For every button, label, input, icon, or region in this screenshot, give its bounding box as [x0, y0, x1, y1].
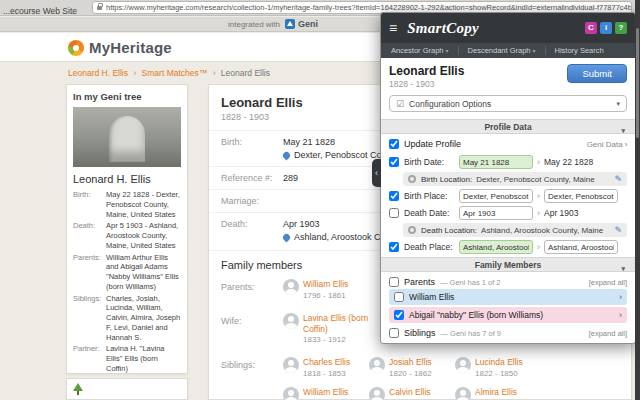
- caret-right-icon: ›: [537, 157, 540, 167]
- family-group-label: Siblings:: [221, 357, 283, 400]
- death-place-checkbox[interactable]: [389, 242, 399, 252]
- chevron-down-icon: ▾: [616, 100, 620, 108]
- field-label: Birth Place:: [404, 191, 459, 201]
- person-avatar-icon: [283, 313, 299, 329]
- nav-history-search[interactable]: History Search: [545, 46, 613, 55]
- family-group-label: Parents:: [221, 279, 283, 309]
- person-name[interactable]: Almira Ellis: [475, 387, 517, 397]
- family-person[interactable]: Charles Ellis1818 - 1853: [283, 357, 369, 378]
- section-family-members[interactable]: Family Members ▾: [381, 257, 635, 272]
- person-avatar-icon: [455, 357, 471, 373]
- parents-checkbox[interactable]: [389, 277, 399, 287]
- breadcrumb-sep-icon: ›: [133, 68, 136, 78]
- location-label: Death Location:: [421, 226, 477, 235]
- nav-label: Descendant Graph: [468, 46, 531, 55]
- death-date-checkbox[interactable]: [389, 208, 399, 218]
- myheritage-logo[interactable]: MyHeritage: [68, 39, 172, 56]
- scrollbar-thumb[interactable]: [636, 28, 639, 138]
- record-label: Birth:: [221, 137, 283, 160]
- siblings-checkbox[interactable]: [389, 328, 399, 338]
- expand-all-link[interactable]: [expand all]: [589, 329, 627, 338]
- update-profile-checkbox[interactable]: [389, 139, 399, 149]
- field-label: Birth Date:: [404, 157, 459, 167]
- caret-right-icon: ›: [537, 208, 540, 218]
- menu-icon[interactable]: ≡: [389, 20, 397, 36]
- submit-button[interactable]: Submit: [567, 64, 627, 83]
- configuration-options[interactable]: ☑ Configuration Options ▾: [389, 95, 627, 112]
- person-years: 1796 - 1861: [303, 291, 346, 300]
- birth-date-checkbox[interactable]: [389, 157, 399, 167]
- caret-right-icon: ›: [625, 141, 627, 148]
- person-name[interactable]: Calvin Ellis: [389, 387, 431, 397]
- smartcopy-header: ≡ SmartCopy C i ?: [381, 13, 635, 43]
- family-person[interactable]: Lavina Ellis (born Coffin)1833 - 1912: [283, 313, 369, 345]
- fact-parents: Parents: William Arthur Ellis and Abigai…: [73, 253, 181, 292]
- url-text: https://www.myheritage.com/research/coll…: [106, 3, 632, 12]
- member-row-william[interactable]: William Ellis ›: [389, 289, 627, 305]
- geni-person-name[interactable]: Leonard H. Ellis: [73, 173, 181, 185]
- caret-right-icon[interactable]: ›: [619, 292, 622, 302]
- family-head-parents: Parents — Geni has 1 of 2 [expand all]: [389, 277, 627, 287]
- location-label: Birth Location:: [421, 175, 472, 184]
- collapse-tab[interactable]: ‹: [372, 159, 381, 187]
- section-profile-data[interactable]: Profile Data ▾: [381, 119, 635, 134]
- edit-icon[interactable]: ✎: [614, 174, 622, 184]
- nav-ancestor-graph[interactable]: Ancestor Graph▾: [391, 46, 458, 55]
- fact-value: Lavina H. "Lavina Ellis" Ellis (born Cof…: [106, 344, 181, 373]
- person-avatar-icon: [283, 387, 299, 400]
- secondary-card: [66, 378, 188, 400]
- family-person[interactable]: Lucinda Ellis1822 - 1850: [455, 357, 541, 378]
- chevron-down-icon: ▾: [621, 262, 625, 276]
- expand-all-link[interactable]: [expand all]: [589, 278, 627, 287]
- person-name[interactable]: William Ellis: [303, 387, 348, 397]
- birth-date-input[interactable]: [459, 155, 533, 169]
- breadcrumb-link-smart-matches[interactable]: Smart Matches™: [142, 68, 208, 78]
- info-button[interactable]: i: [600, 22, 612, 34]
- browser-scrollbar[interactable]: [635, 0, 640, 400]
- member-checkbox[interactable]: [394, 310, 404, 320]
- family-person[interactable]: Josiah Ellis1820 - 1862: [369, 357, 455, 378]
- map-pin-icon: [282, 150, 292, 160]
- record-label: Marriage:: [221, 196, 283, 206]
- person-name[interactable]: Lavina Ellis (born Coffin): [303, 313, 368, 334]
- person-name[interactable]: Charles Ellis: [303, 357, 350, 367]
- c-button[interactable]: C: [585, 22, 597, 34]
- death-place-input[interactable]: [459, 240, 533, 254]
- member-checkbox[interactable]: [394, 292, 404, 302]
- person-name[interactable]: William Ellis: [303, 279, 348, 289]
- breadcrumb: Leonard H. Ellis › Smart Matches™ › Leon…: [68, 68, 270, 78]
- death-place-geni-input[interactable]: [544, 240, 618, 254]
- map-pin-icon: [282, 232, 292, 242]
- nav-descendant-graph[interactable]: Descendant Graph▾: [458, 46, 545, 55]
- family-person[interactable]: William Ellis1824 - 1854: [283, 387, 369, 400]
- family-head-note: — Geni has 1 of 2: [440, 278, 500, 287]
- member-row-abigail[interactable]: Abigail "nabby" Ellis (born Williams) ›: [389, 307, 627, 323]
- fact-value: William Arthur Ellis and Abigail Adams "…: [106, 253, 181, 292]
- gravestone-photo[interactable]: [73, 107, 181, 167]
- location-toggle-icon[interactable]: [408, 226, 416, 234]
- location-toggle-icon[interactable]: [408, 175, 416, 183]
- person-name[interactable]: Lucinda Ellis: [475, 357, 523, 367]
- birth-place-checkbox[interactable]: [389, 191, 399, 201]
- breadcrumb-link-profile[interactable]: Leonard H. Ellis: [68, 68, 128, 78]
- person-avatar-icon: [283, 279, 299, 295]
- family-head-label: Parents: [404, 277, 435, 287]
- death-date-input[interactable]: [459, 206, 533, 220]
- help-button[interactable]: ?: [615, 22, 627, 34]
- record-value: 289: [283, 173, 298, 183]
- person-name[interactable]: Josiah Ellis: [389, 357, 432, 367]
- field-row-birth-date: Birth Date: › May 22 1828: [389, 155, 627, 169]
- family-group-label: Wife:: [221, 313, 283, 354]
- breadcrumb-sep-icon: ›: [213, 68, 216, 78]
- geni-value: May 22 1828: [544, 157, 593, 167]
- family-person[interactable]: Almira Ellis1830 - 1913: [455, 387, 541, 400]
- caret-right-icon[interactable]: ›: [619, 310, 622, 320]
- birth-place-geni-input[interactable]: [544, 189, 618, 203]
- browser-tab[interactable]: ...ecourse Web Site: [3, 6, 77, 16]
- edit-icon[interactable]: ✎: [614, 225, 622, 235]
- person-years: 1833 - 1912: [303, 335, 346, 344]
- family-person[interactable]: Calvin Ellis1826 - 1846: [369, 387, 455, 400]
- family-person[interactable]: William Ellis1796 - 1861: [283, 279, 369, 300]
- geni-brand[interactable]: Geni: [298, 19, 318, 29]
- birth-place-input[interactable]: [459, 189, 533, 203]
